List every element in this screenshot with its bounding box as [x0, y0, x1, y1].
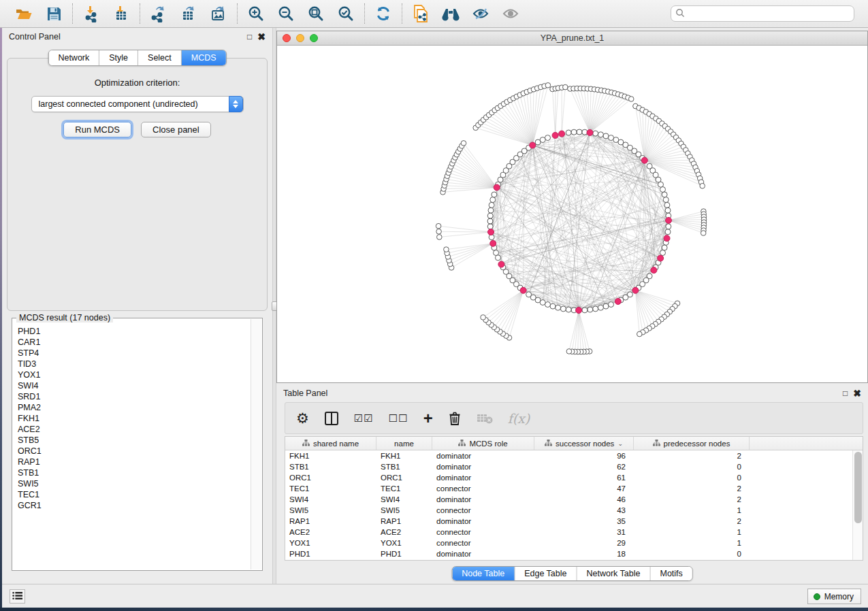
float-table-panel-icon[interactable]: □ [843, 389, 848, 397]
table-row[interactable]: YOX1YOX1connector291 [285, 538, 852, 548]
mcds-hub-node[interactable] [559, 131, 565, 137]
table-scrollbar-thumb[interactable] [854, 452, 862, 523]
refresh-icon[interactable] [373, 3, 393, 24]
mcds-hub-node[interactable] [666, 217, 672, 223]
settings-icon[interactable]: ⚙ [296, 411, 309, 425]
cell-successor_nodes: 43 [534, 506, 634, 514]
tab-network[interactable]: Network [48, 50, 99, 65]
mcds-result-item[interactable]: ACE2 [18, 424, 251, 435]
columns-icon[interactable] [324, 411, 339, 426]
mcds-hub-node[interactable] [641, 157, 647, 163]
mcds-result-item[interactable]: YOX1 [18, 369, 251, 380]
close-panel-button[interactable]: Close panel [141, 122, 211, 137]
select-all-icon[interactable]: ☑☑ [354, 412, 374, 425]
zoom-out-icon[interactable] [276, 3, 296, 24]
export-image-icon[interactable] [208, 3, 229, 24]
cell-predecessor_nodes: 1 [634, 528, 750, 536]
mcds-result-scrollbar[interactable] [251, 319, 261, 569]
cell-successor_nodes: 31 [534, 528, 634, 536]
mcds-result-item[interactable]: RAP1 [18, 457, 251, 467]
clone-network-icon[interactable] [411, 3, 431, 24]
mcds-hub-node[interactable] [664, 235, 670, 242]
tab-style[interactable]: Style [99, 50, 138, 65]
mcds-result-item[interactable]: PHD1 [18, 326, 251, 337]
open-folder-icon[interactable] [14, 3, 34, 24]
deselect-all-icon[interactable]: ☐☐ [389, 412, 408, 425]
mcds-result-item[interactable]: STB5 [18, 435, 251, 446]
run-mcds-button[interactable]: Run MCDS [63, 122, 131, 137]
table-row[interactable]: STB1STB1dominator620 [285, 461, 852, 472]
show-hidden-icon[interactable] [500, 3, 521, 24]
mcds-result-item[interactable]: TID3 [18, 359, 251, 369]
mcds-result-item[interactable]: CAR1 [18, 337, 251, 348]
mcds-hub-node[interactable] [651, 267, 657, 274]
table-row[interactable]: FKH1FKH1dominator962 [285, 450, 852, 461]
mcds-result-item[interactable]: PMA2 [18, 402, 251, 413]
network-canvas[interactable] [277, 46, 867, 382]
task-history-button[interactable] [10, 589, 25, 604]
table-row[interactable]: SWI5SWI5connector431 [285, 505, 852, 516]
mcds-result-item[interactable]: SRD1 [18, 391, 251, 402]
mcds-result-item[interactable]: GCR1 [18, 500, 251, 511]
tab-network-table[interactable]: Network Table [577, 567, 651, 580]
mcds-hub-node[interactable] [587, 129, 593, 135]
search-network-icon[interactable] [440, 3, 461, 24]
mcds-result-item[interactable]: STB1 [18, 467, 251, 478]
zoom-fit-icon[interactable] [306, 3, 326, 24]
column-header-MCDS-role[interactable]: MCDS role [432, 437, 534, 450]
table-row[interactable]: ACE2ACE2connector311 [285, 527, 852, 538]
mcds-result-item[interactable]: SWI4 [18, 380, 251, 391]
mcds-result-item[interactable]: FKH1 [18, 413, 251, 424]
tab-node-table[interactable]: Node Table [452, 567, 515, 580]
tab-motifs[interactable]: Motifs [650, 567, 692, 580]
zoom-selected-icon[interactable] [336, 3, 356, 24]
mcds-hub-node[interactable] [576, 308, 582, 314]
mcds-hub-node[interactable] [615, 299, 621, 305]
hide-selected-icon[interactable] [470, 3, 491, 24]
mcds-hub-node[interactable] [530, 142, 536, 148]
close-table-panel-icon[interactable]: ✖ [853, 389, 861, 398]
column-header-successor-nodes[interactable]: successor nodes⌄ [534, 437, 634, 450]
table-panel: Table Panel □ ✖ ⚙☑☑☐☐+f(x) shared namena… [276, 384, 868, 584]
table-row[interactable]: PHD1PHD1dominator180 [285, 548, 852, 559]
close-panel-icon[interactable]: ✖ [257, 32, 266, 42]
export-network-icon[interactable] [148, 3, 169, 24]
delete-row-icon[interactable] [448, 411, 462, 426]
float-panel-icon[interactable]: □ [247, 33, 252, 41]
mcds-result-item[interactable]: STP4 [18, 348, 251, 359]
table-row[interactable]: SWI4SWI4dominator462 [285, 494, 852, 505]
export-table-icon[interactable] [178, 3, 199, 24]
mcds-result-item[interactable]: SWI5 [18, 478, 251, 489]
search-input[interactable] [671, 5, 854, 22]
mcds-hub-node[interactable] [552, 132, 558, 138]
mcds-hub-node[interactable] [520, 287, 526, 293]
mcds-result-item[interactable]: ORC1 [18, 446, 251, 457]
mcds-hub-node[interactable] [494, 184, 500, 191]
cell-predecessor_nodes: 2 [634, 452, 750, 460]
table-scrollbar[interactable] [852, 450, 863, 560]
table-row[interactable]: TEC1TEC1connector472 [285, 483, 852, 494]
mcds-result-item[interactable]: TEC1 [18, 489, 251, 500]
table-row[interactable]: RAP1RAP1dominator352 [285, 516, 852, 527]
save-icon[interactable] [44, 3, 64, 24]
mcds-hub-node[interactable] [498, 261, 504, 267]
column-header-name[interactable]: name [376, 437, 432, 450]
tab-select[interactable]: Select [138, 50, 182, 65]
table-row[interactable]: ORC1ORC1dominator610 [285, 472, 852, 483]
mcds-hub-node[interactable] [488, 229, 494, 235]
mcds-hub-node[interactable] [658, 255, 664, 261]
optimization-criterion-dropdown[interactable]: largest connected component (undirected) [31, 96, 244, 112]
column-header-predecessor-nodes[interactable]: predecessor nodes [634, 437, 750, 450]
add-row-icon[interactable]: + [423, 410, 433, 427]
column-header-shared-name[interactable]: shared name [285, 437, 376, 450]
network-view-title: YPA_prune.txt_1 [277, 33, 867, 43]
mcds-hub-node[interactable] [490, 240, 496, 246]
memory-button[interactable]: Memory [807, 589, 861, 604]
graph-nodes[interactable] [436, 83, 707, 354]
tab-mcds[interactable]: MCDS [182, 50, 226, 65]
mcds-hub-node[interactable] [632, 287, 639, 293]
import-table-icon[interactable] [111, 3, 131, 24]
zoom-in-icon[interactable] [246, 3, 266, 24]
import-network-icon[interactable] [81, 3, 101, 24]
tab-edge-table[interactable]: Edge Table [515, 567, 577, 580]
